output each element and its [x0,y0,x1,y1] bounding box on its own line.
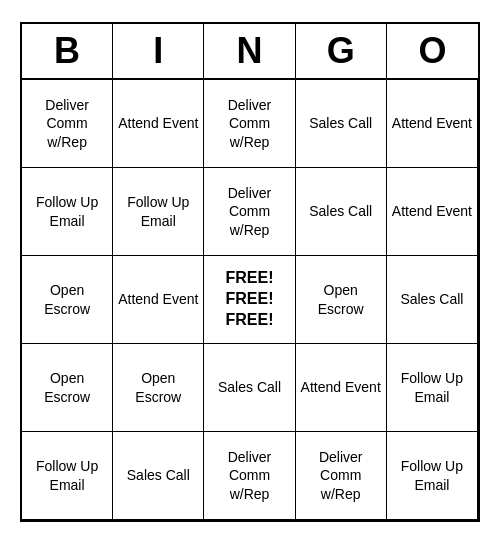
cell-2-2[interactable]: FREE! FREE! FREE! [204,256,295,344]
cell-2-3[interactable]: Open Escrow [296,256,387,344]
cell-4-2[interactable]: Deliver Comm w/Rep [204,432,295,520]
cell-4-0[interactable]: Follow Up Email [22,432,113,520]
cell-0-1[interactable]: Attend Event [113,80,204,168]
bingo-header: B I N G O [22,24,478,80]
cell-0-4[interactable]: Attend Event [387,80,478,168]
header-b: B [22,24,113,78]
cell-2-1[interactable]: Attend Event [113,256,204,344]
cell-0-0[interactable]: Deliver Comm w/Rep [22,80,113,168]
cell-1-3[interactable]: Sales Call [296,168,387,256]
cell-0-3[interactable]: Sales Call [296,80,387,168]
cell-2-4[interactable]: Sales Call [387,256,478,344]
cell-3-4[interactable]: Follow Up Email [387,344,478,432]
cell-3-2[interactable]: Sales Call [204,344,295,432]
cell-1-0[interactable]: Follow Up Email [22,168,113,256]
bingo-card: B I N G O Deliver Comm w/RepAttend Event… [20,22,480,522]
cell-1-2[interactable]: Deliver Comm w/Rep [204,168,295,256]
cell-4-1[interactable]: Sales Call [113,432,204,520]
header-o: O [387,24,478,78]
cell-3-0[interactable]: Open Escrow [22,344,113,432]
cell-3-1[interactable]: Open Escrow [113,344,204,432]
cell-2-0[interactable]: Open Escrow [22,256,113,344]
header-n: N [204,24,295,78]
cell-1-1[interactable]: Follow Up Email [113,168,204,256]
bingo-grid: Deliver Comm w/RepAttend EventDeliver Co… [22,80,478,520]
cell-3-3[interactable]: Attend Event [296,344,387,432]
cell-4-3[interactable]: Deliver Comm w/Rep [296,432,387,520]
cell-0-2[interactable]: Deliver Comm w/Rep [204,80,295,168]
cell-1-4[interactable]: Attend Event [387,168,478,256]
header-g: G [296,24,387,78]
cell-4-4[interactable]: Follow Up Email [387,432,478,520]
header-i: I [113,24,204,78]
